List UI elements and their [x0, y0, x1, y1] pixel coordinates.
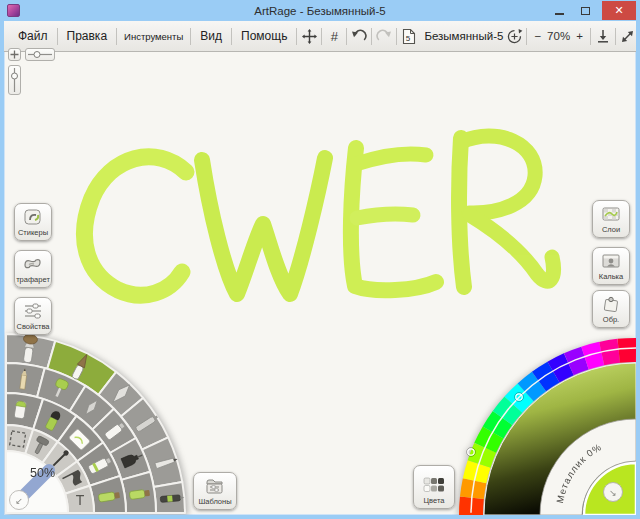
tracing-panel-button[interactable]: Калька	[592, 247, 630, 285]
pan-tool-button[interactable]	[298, 24, 320, 48]
zoom-out-button[interactable]: −	[534, 30, 541, 42]
maximize-button[interactable]	[572, 1, 598, 20]
document-icon: 5	[402, 28, 416, 45]
sticker-icon	[22, 206, 44, 228]
properties-panel-button[interactable]: Свойства	[14, 297, 52, 335]
zoom-controls: − 70% +	[528, 30, 588, 42]
menu-edit[interactable]: Правка	[59, 29, 116, 43]
vertical-scroll-slider[interactable]	[8, 65, 21, 95]
tracing-image-icon	[600, 250, 622, 272]
minimize-icon	[555, 13, 564, 15]
document-tab-button[interactable]: 5	[398, 24, 420, 48]
layers-icon	[600, 203, 622, 225]
close-button[interactable]: ✕	[602, 1, 636, 20]
fullscreen-button[interactable]	[617, 24, 636, 48]
collapse-arrow-icon: ↙	[15, 496, 23, 506]
templates-panel-button[interactable]: Шаблоны	[193, 472, 237, 510]
move-cross-icon	[302, 29, 317, 44]
reset-rotation-button[interactable]	[503, 24, 525, 48]
samples-panel-button[interactable]: Обр.	[592, 290, 630, 328]
color-swatches-icon	[422, 474, 446, 496]
redo-button[interactable]	[373, 24, 395, 48]
collapse-arrow-icon: ↘	[609, 488, 617, 498]
expand-diagonal-icon	[621, 30, 634, 43]
dock-panels-button[interactable]	[592, 24, 614, 48]
h-slider-icon	[27, 50, 53, 59]
menu-file[interactable]: Файл	[10, 29, 56, 43]
zoom-value[interactable]: 70%	[547, 30, 570, 42]
titlebar: ArtRage - Безымянный-5 ✕	[4, 0, 636, 21]
app-window: ArtRage - Безымянный-5 ✕ Файл Правка Инс…	[0, 0, 640, 519]
horizontal-scroll-slider[interactable]	[25, 48, 55, 61]
minimize-button[interactable]	[546, 1, 572, 20]
grid-toggle-button[interactable]: #	[323, 24, 345, 48]
templates-folder-icon	[204, 475, 226, 497]
samples-label: Обр.	[603, 315, 619, 327]
wheel-collapse-button[interactable]: ↙	[10, 491, 29, 510]
menu-help[interactable]: Помощь	[233, 29, 295, 43]
stencil-label: трафарет	[16, 275, 50, 287]
stickers-label: Стикеры	[18, 228, 48, 240]
picker-collapse-button[interactable]: ↘	[604, 483, 623, 502]
sliders-icon	[22, 300, 44, 322]
rotate-canvas-icon	[506, 28, 523, 45]
undo-icon	[351, 29, 367, 43]
menubar: Файл Правка Инструменты Вид Помощь #	[4, 21, 636, 52]
templates-label: Шаблоны	[198, 497, 231, 509]
layers-panel-button[interactable]: Слои	[592, 200, 630, 238]
text-tool-icon: T	[76, 492, 85, 508]
redo-icon	[376, 29, 392, 43]
tool-picker-wheel: T 50% ↙	[4, 333, 219, 515]
tracing-label: Калька	[599, 272, 623, 284]
stencil-panel-button[interactable]: трафарет	[14, 250, 52, 288]
drawing-cwer	[84, 136, 553, 295]
zoom-in-button[interactable]: +	[576, 30, 583, 42]
tool-size-value: 50%	[30, 466, 55, 480]
colors-panel-button[interactable]: Цвета	[413, 465, 455, 509]
dock-arrow-icon	[597, 29, 609, 43]
properties-label: Свойства	[17, 322, 50, 334]
color-picker: Металлик 0% ↘	[441, 335, 636, 515]
undo-button[interactable]	[348, 24, 370, 48]
close-icon: ✕	[614, 4, 623, 17]
menu-view[interactable]: Вид	[192, 29, 230, 43]
maximize-icon	[581, 7, 590, 15]
v-slider-icon	[10, 67, 19, 93]
pinned-note-icon	[600, 293, 622, 315]
stickers-panel-button[interactable]: Стикеры	[14, 203, 52, 241]
stencil-icon	[22, 253, 44, 275]
colors-label: Цвета	[424, 496, 445, 508]
document-name[interactable]: Безымянный-5	[424, 30, 503, 42]
eraser-icon	[14, 401, 27, 419]
layers-label: Слои	[602, 225, 620, 237]
window-title: ArtRage - Безымянный-5	[4, 5, 636, 17]
menu-tools[interactable]: Инструменты	[118, 31, 189, 42]
svg-text:5: 5	[406, 34, 411, 43]
app-content: Файл Правка Инструменты Вид Помощь #	[4, 21, 636, 515]
canvas-center-button[interactable]	[8, 48, 21, 61]
grid-icon: #	[331, 29, 338, 44]
small-cross-icon	[10, 50, 19, 59]
